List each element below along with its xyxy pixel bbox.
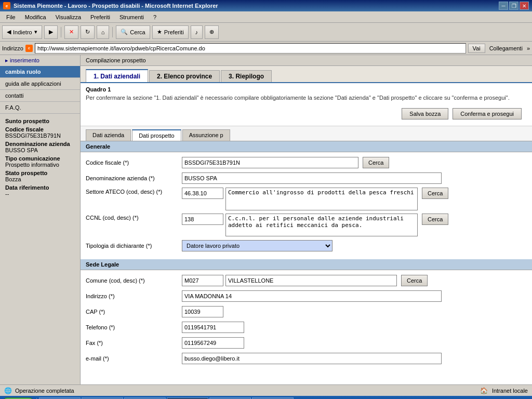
ccnl-search-button[interactable]: Cerca	[422, 214, 448, 225]
settore-ateco-row: Settore ATECO (cod, desc) (*) Commercio …	[86, 188, 527, 210]
stop-button[interactable]: ✕	[64, 25, 78, 39]
denominazione-input[interactable]	[182, 172, 442, 184]
quadro-title: Quadro 1	[86, 86, 527, 92]
codice-fiscale-input[interactable]	[182, 157, 358, 168]
content-area: Compilazione prospetto 1. Dati aziendali…	[81, 55, 532, 384]
fax-label: Fax (*)	[86, 340, 182, 346]
codice-fiscale-search-button[interactable]: Cerca	[363, 157, 389, 168]
comune-search-button[interactable]: Cerca	[401, 275, 428, 286]
settore-ateco-desc-input[interactable]: Commercio all'ingrosso di prodotti della…	[225, 188, 418, 210]
settore-ateco-code-input[interactable]	[182, 188, 223, 199]
history-button[interactable]: ⊕	[205, 25, 219, 39]
menu-strumenti[interactable]: Strumenti	[115, 13, 148, 21]
tab-dati-aziendali[interactable]: 1. Dati aziendali	[86, 69, 148, 82]
codice-fiscale-value: BSSDGI75E31B791N	[5, 132, 75, 139]
tab-elenco-province[interactable]: 2. Elenco province	[149, 70, 220, 82]
home-button[interactable]: ⌂	[97, 25, 110, 39]
quadro-section: Quadro 1 Per confermare la sezione "1. D…	[81, 83, 532, 126]
back-button[interactable]: ◀ Indietro ▾	[2, 25, 42, 39]
ccnl-desc-input[interactable]: C.c.n.l. per il personale dalle aziende …	[225, 214, 418, 236]
refresh-icon: ↻	[85, 29, 90, 35]
email-input[interactable]	[182, 353, 442, 364]
menu-modifica[interactable]: Modifica	[21, 13, 50, 21]
generale-form: Codice fiscale (*) Cerca Denominazione a…	[81, 152, 532, 259]
minimize-button[interactable]: ─	[499, 2, 508, 10]
sidebar-item-guida[interactable]: guida alle applicazioni	[0, 78, 80, 90]
fax-row: Fax (*)	[86, 337, 527, 349]
tab-riepilogo[interactable]: 3. Riepilogo	[221, 70, 272, 82]
app-icon: e	[3, 2, 10, 9]
email-label: e-mail (*)	[86, 355, 182, 362]
cap-input[interactable]	[182, 306, 223, 317]
history-icon: ⊕	[209, 29, 214, 35]
menu-preferiti[interactable]: Preferiti	[86, 13, 114, 21]
data-riferimento-value: --	[5, 191, 75, 197]
indirizzo-row: Indirizzo (*)	[86, 290, 527, 302]
generale-header: Generale	[81, 141, 532, 152]
sub-tab-dati-prospetto[interactable]: Dati prospetto	[132, 129, 181, 141]
content-header: Compilazione prospetto	[81, 55, 532, 66]
restore-button[interactable]: ❐	[509, 2, 518, 10]
toolbar: ◀ Indietro ▾ ▶ ✕ ↻ ⌂ 🔍 Cerca ★ Preferiti…	[0, 23, 532, 42]
favorites-button[interactable]: ★ Preferiti	[152, 25, 189, 39]
status-text: Operazione completata	[15, 388, 74, 394]
media-icon: ♪	[195, 29, 198, 35]
media-button[interactable]: ♪	[191, 25, 203, 39]
telefono-row: Telefono (*)	[86, 321, 527, 334]
comune-row: Comune (cod, desc) (*) Cerca	[86, 274, 527, 287]
info-text: Per confermare la sezione "1. Dati azien…	[86, 95, 527, 101]
expand-icon[interactable]: »	[527, 45, 530, 51]
cap-row: CAP (*)	[86, 305, 527, 318]
menu-help[interactable]: ?	[149, 13, 161, 21]
sidebar-item-contatti[interactable]: contatti	[0, 90, 80, 102]
denominazione-value: BUSSO SPA	[5, 147, 75, 153]
ccnl-row: CCNL (cod, desc) (*) C.c.n.l. per il per…	[86, 214, 527, 236]
data-riferimento-label: Data riferimento	[5, 184, 75, 191]
dropdown-icon: ▾	[34, 29, 37, 35]
go-button[interactable]: Vai	[468, 44, 485, 53]
sidebar: inserimento cambia ruolo guida alle appl…	[0, 55, 81, 384]
sidebar-item-cambia-ruolo[interactable]: cambia ruolo	[0, 66, 80, 78]
status-icon: 🌐	[4, 387, 12, 394]
forward-button[interactable]: ▶	[44, 25, 58, 39]
settore-ateco-label: Settore ATECO (cod, desc) (*)	[86, 189, 182, 195]
comune-desc-input[interactable]	[225, 275, 397, 286]
sidebar-item-inserimento[interactable]: inserimento	[0, 55, 80, 66]
comune-label: Comune (cod, desc) (*)	[86, 277, 182, 284]
sub-tab-assunzione[interactable]: Assunzione p	[182, 129, 230, 141]
menu-bar: File Modifica Visualizza Preferiti Strum…	[0, 11, 532, 23]
stato-prospetto-value: Bozza	[5, 176, 75, 182]
comune-code-input[interactable]	[182, 275, 223, 286]
menu-visualizza[interactable]: Visualizza	[51, 13, 85, 21]
back-icon: ◀	[7, 29, 11, 35]
action-buttons: Salva bozza Conferma e prosegui	[86, 105, 527, 123]
tipo-comunicazione-label: Tipo comunicazione	[5, 155, 75, 162]
search-button[interactable]: 🔍 Cerca	[116, 25, 150, 39]
sunto-section: Sunto prospetto Codice fiscale BSSDGI75E…	[0, 114, 80, 201]
menu-file[interactable]: File	[2, 13, 20, 21]
search-icon: 🔍	[121, 29, 128, 35]
sub-tab-dati-azienda[interactable]: Dati azienda	[86, 129, 131, 141]
refresh-button[interactable]: ↻	[81, 25, 95, 39]
settore-ateco-search-button[interactable]: Cerca	[422, 188, 448, 199]
zone-text: Intranet locale	[492, 388, 528, 394]
links-label: Collegamenti	[487, 44, 525, 52]
tipologia-select[interactable]: Datore lavoro privato	[182, 240, 332, 251]
indirizzo-input[interactable]	[182, 290, 442, 302]
ccnl-code-input[interactable]	[182, 214, 223, 225]
ccnl-label: CCNL (cod, desc) (*)	[86, 215, 182, 221]
sede-legale-header: Sede Legale	[81, 259, 532, 270]
close-button[interactable]: ✕	[520, 2, 529, 10]
telefono-input[interactable]	[182, 322, 244, 333]
conferma-prosegui-button[interactable]: Conferma e prosegui	[453, 108, 522, 119]
taskbar: ⊞ start samsung... Provinc... Sistema ..…	[0, 396, 532, 399]
separator-2	[112, 27, 113, 37]
main-tabs: 1. Dati aziendali 2. Elenco province 3. …	[81, 66, 532, 83]
email-row: e-mail (*)	[86, 352, 527, 365]
fax-input[interactable]	[182, 337, 244, 349]
salva-bozza-button[interactable]: Salva bozza	[402, 108, 448, 119]
sidebar-item-faq[interactable]: F.A.Q.	[0, 102, 80, 114]
tipologia-row: Tipologia di dichiarante (*) Datore lavo…	[86, 240, 527, 252]
address-input[interactable]	[35, 43, 466, 54]
star-icon: ★	[157, 29, 162, 35]
